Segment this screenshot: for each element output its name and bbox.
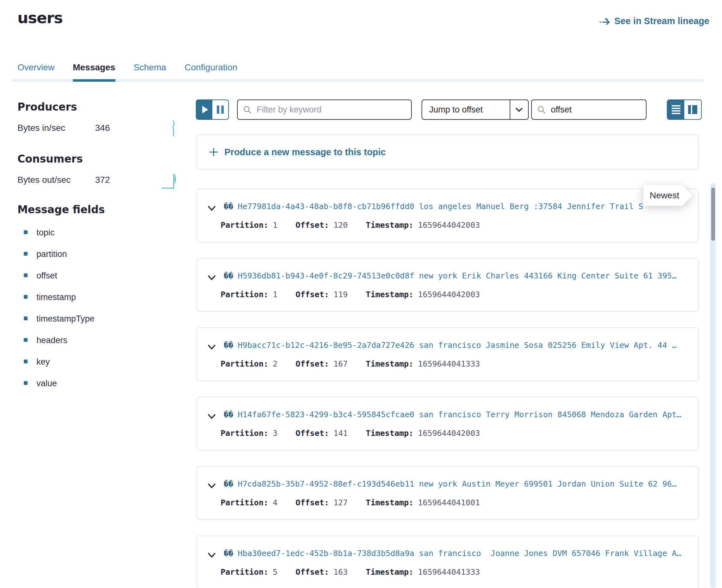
offset-value: 167 [333,359,348,369]
stream-lineage-label: See in Stream lineage [614,16,709,26]
filter-input[interactable] [237,100,412,120]
timestamp-value: 1659644041333 [418,359,480,369]
consumers-heading: Consumers [17,153,83,165]
produce-message-button[interactable]: Produce a new message to this topic [197,134,699,170]
timestamp-label: Timestamp: [366,220,414,230]
message-key: Hba30eed7-1edc-452b-8b1a-738d3b5d8a9a sa… [238,549,681,558]
timestamp-label: Timestamp: [366,359,414,369]
bytes-in-metric: Bytes in/sec 346 [17,123,182,133]
binary-bytes-glyph: �� [224,271,233,280]
partition-label: Partition: [221,220,268,230]
partition-value: 4 [273,498,277,508]
binary-bytes-glyph: �� [224,202,233,211]
message-meta: Partition:1 Offset:120 Timestamp:1659644… [197,220,480,230]
bytes-in-value: 346 [95,123,110,133]
scrollbar-thumb[interactable] [711,188,715,241]
square-bullet-icon [24,252,27,256]
partition-label: Partition: [221,498,268,508]
partition-label: Partition: [221,290,268,300]
field-item-headers[interactable]: headers [17,335,95,357]
bytes-in-sparkline [170,120,177,137]
message-key-line: �� Hba30eed7-1edc-452b-8b1a-738d3b5d8a9a… [197,549,690,558]
offset-value: 120 [333,220,348,230]
message-fields-list: topic partition offset timestamp timesta… [17,228,95,400]
message-meta: Partition:1 Offset:119 Timestamp:1659644… [197,290,480,300]
message-key: H9bacc71c-b12c-4216-8e95-2a7da727e426 sa… [238,340,677,350]
tab-messages[interactable]: Messages [73,62,116,82]
field-item-topic[interactable]: topic [17,228,95,249]
bytes-out-sparkline [161,171,179,190]
partition-value: 1 [273,220,277,230]
square-bullet-icon [24,230,27,234]
message-key-line: �� He77981da-4a43-48ab-b8f8-cb71b96ffdd0… [197,202,690,211]
column-view-button[interactable] [684,100,701,119]
message-fields-heading: Message fields [17,203,105,216]
timestamp-label: Timestamp: [366,567,414,577]
field-item-key[interactable]: key [17,357,95,378]
partition-value: 1 [273,290,277,300]
play-pause-group [196,100,229,120]
message-list-scrollbar[interactable] [710,183,716,588]
column-view-icon [688,105,697,114]
partition-label: Partition: [221,359,268,369]
square-bullet-icon [24,338,27,342]
field-item-timestampType[interactable]: timestampType [17,314,95,335]
offset-search-input[interactable] [531,100,646,120]
timestamp-label: Timestamp: [366,498,414,508]
square-bullet-icon [24,273,27,277]
message-key: H7cda825b-35b7-4952-88ef-c193d546eb11 ne… [238,479,677,488]
binary-bytes-glyph: �� [224,549,233,558]
bytes-out-metric: Bytes out/sec 372 [17,175,182,185]
offset-label: Offset: [296,498,329,508]
timestamp-label: Timestamp: [366,428,414,439]
square-bullet-icon [24,316,27,320]
offset-search-wrap [531,100,646,120]
stream-lineage-link[interactable]: See in Stream lineage [599,16,709,26]
tooltip-label: Newest [643,185,683,206]
message-row[interactable]: �� H9bacc71c-b12c-4216-8e95-2a7da727e426… [197,327,699,381]
producers-heading: Producers [17,101,77,113]
message-row[interactable]: �� H14fa67fe-5823-4299-b3c4-595845cfcae0… [197,397,699,450]
page-title: users [17,9,63,27]
message-row[interactable]: �� Hba30eed7-1edc-452b-8b1a-738d3b5d8a9a… [197,536,699,588]
filter-field-wrap [237,100,412,120]
play-icon [202,106,208,113]
pause-icon [217,105,224,114]
partition-value: 5 [273,567,277,577]
play-button[interactable] [197,100,212,119]
field-item-timestamp[interactable]: timestamp [17,292,95,314]
timestamp-value: 1659644041001 [418,498,480,508]
partition-value: 3 [273,428,277,439]
select-chevron-zone[interactable] [510,100,528,119]
binary-bytes-glyph: �� [224,410,233,419]
partition-value: 2 [273,359,277,369]
message-row[interactable]: �� H5936db81-b943-4e0f-8c29-74513e0c0d8f… [197,258,699,312]
offset-label: Offset: [296,567,329,577]
list-view-icon [672,105,680,114]
field-item-offset[interactable]: offset [17,271,95,292]
message-row[interactable]: �� H7cda825b-35b7-4952-88ef-c193d546eb11… [197,466,699,520]
offset-value: 141 [333,428,348,439]
newest-tooltip: Newest [643,185,683,206]
offset-label: Offset: [296,220,329,230]
field-item-value[interactable]: value [17,378,95,400]
offset-label: Offset: [296,290,329,300]
message-key-line: �� H9bacc71c-b12c-4216-8e95-2a7da727e426… [197,340,690,350]
message-meta: Partition:5 Offset:163 Timestamp:1659644… [197,567,480,577]
tab-schema[interactable]: Schema [134,62,166,82]
field-item-partition[interactable]: partition [17,249,95,271]
jump-to-offset-select[interactable]: Jump to offset [421,100,529,120]
message-row[interactable]: �� He77981da-4a43-48ab-b8f8-cb71b96ffdd0… [197,189,699,243]
square-bullet-icon [24,360,27,363]
binary-bytes-glyph: �� [224,479,233,488]
tab-configuration[interactable]: Configuration [184,62,238,82]
tab-overview[interactable]: Overview [17,62,55,82]
timestamp-value: 1659644042003 [418,220,480,230]
offset-value: 127 [333,498,348,508]
jump-to-offset-label: Jump to offset [422,105,510,115]
binary-bytes-glyph: �� [224,340,233,350]
list-view-button[interactable] [667,100,684,119]
pause-button[interactable] [212,100,228,119]
partition-label: Partition: [221,428,268,439]
dashed-arrow-icon [599,17,611,25]
